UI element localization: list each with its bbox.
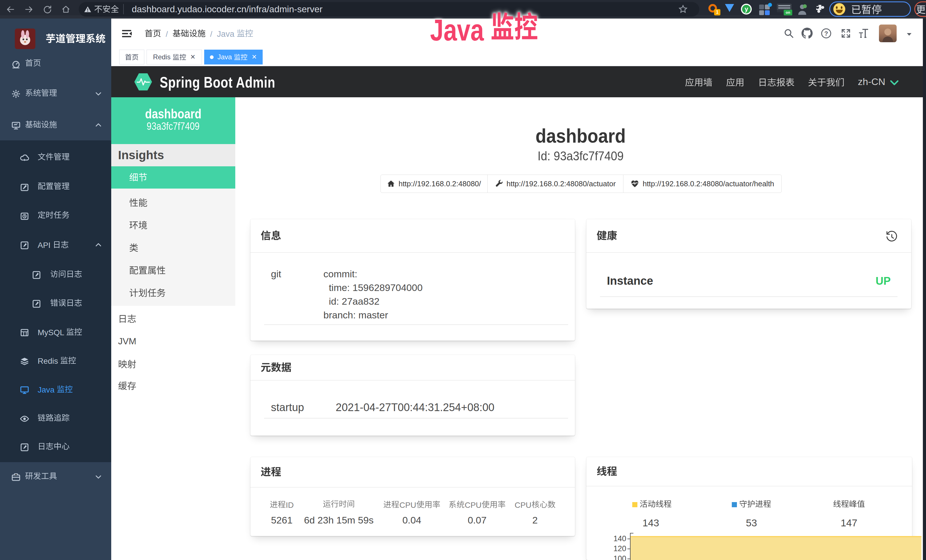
svg-text:?: ? [824,30,828,37]
